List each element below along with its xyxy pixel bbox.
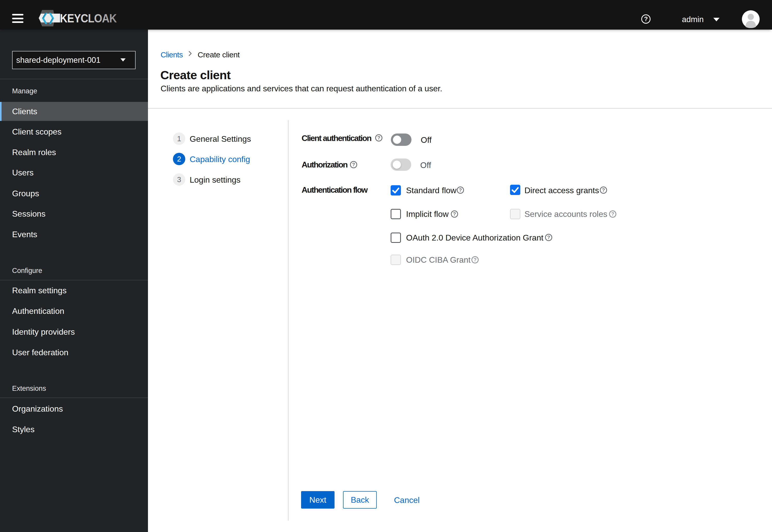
svg-text:KEYCLOAK: KEYCLOAK [60,11,117,25]
